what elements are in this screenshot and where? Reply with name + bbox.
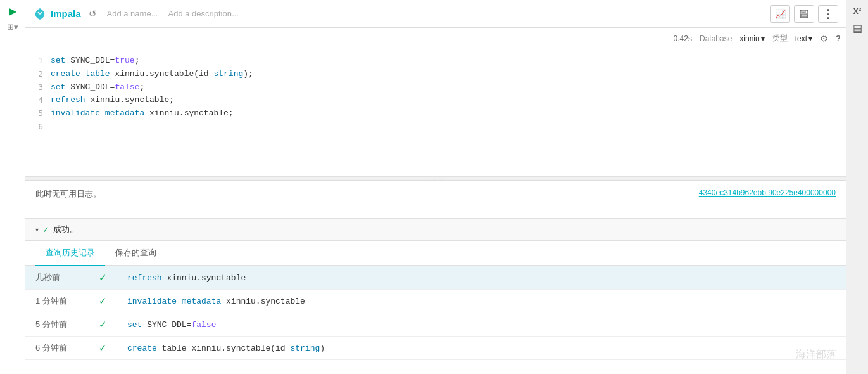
db-chevron-icon: ▾ (761, 34, 765, 43)
row-status: ✓ (89, 266, 117, 290)
app-title: Impala (51, 8, 81, 19)
x2-icon[interactable]: X2 (853, 6, 861, 16)
save-button[interactable] (794, 5, 814, 23)
row-status: ✓ (89, 313, 117, 337)
code-line: set SYNC_DDL=true; (51, 55, 846, 68)
undo-button[interactable]: ↺ (89, 8, 97, 20)
row-query: create table xinniu.synctable(id string) (117, 337, 846, 360)
editor-area: 123456 set SYNC_DDL=true;create table xi… (25, 49, 846, 177)
svg-rect-1 (802, 10, 805, 13)
type-label: 类型 (772, 33, 788, 44)
table-row[interactable]: 5 分钟前✓set SYNC_DDL=false (25, 313, 846, 337)
svg-rect-2 (801, 14, 807, 17)
success-check-icon: ✓ (42, 225, 49, 235)
run-icon[interactable]: ▶ (9, 5, 16, 17)
database-selector[interactable]: xinniu ▾ (739, 34, 764, 43)
type-chevron-icon: ▾ (808, 34, 812, 43)
table-row[interactable]: 1 分钟前✓invalidate metadata xinniu.synctab… (25, 290, 846, 313)
code-line: create table xinniu.synctable(id string)… (51, 68, 846, 81)
type-selector[interactable]: text ▾ (795, 34, 812, 43)
code-editor[interactable]: set SYNC_DDL=true;create table xinniu.sy… (48, 55, 846, 171)
main-area: Impala ↺ Add a name... Add a description… (25, 0, 846, 374)
table-row[interactable]: 几秒前✓refresh xinniu.synctable (25, 266, 846, 290)
row-status: ✓ (89, 290, 117, 313)
row-query: set SYNC_DDL=false (117, 313, 846, 337)
log-link[interactable]: 4340ec314b962ebb:90e225e400000000 (699, 188, 836, 197)
log-area: 此时无可用日志。 4340ec314b962ebb:90e225e4000000… (25, 181, 846, 219)
help-button[interactable]: ? (836, 34, 841, 43)
toolbar-row: 0.42s Database xinniu ▾ 类型 text ▾ ⚙ ? (25, 28, 846, 49)
save-icon (800, 10, 808, 18)
chart-button[interactable]: 📈 (770, 5, 790, 23)
code-line: invalidate metadata xinniu.synctable; (51, 107, 846, 120)
row-status: ✓ (89, 337, 117, 360)
query-area: 查询历史记录保存的查询 几秒前✓refresh xinniu.synctable… (25, 241, 846, 374)
snippet-icon[interactable]: ⊞▾ (7, 22, 18, 32)
success-bar: ▾ ✓ 成功。 (25, 219, 846, 241)
success-chevron-icon: ▾ (35, 226, 39, 233)
tab-saved[interactable]: 保存的查询 (105, 241, 167, 266)
more-button[interactable]: ⋮ (818, 5, 838, 23)
code-line: set SYNC_DDL=false; (51, 81, 846, 94)
top-header: Impala ↺ Add a name... Add a description… (25, 0, 846, 28)
app-logo: Impala (33, 7, 81, 21)
right-strip: X2 ▤ (846, 0, 868, 374)
row-query: invalidate metadata xinniu.synctable (117, 290, 846, 313)
no-log-text: 此时无可用日志。 (35, 188, 101, 200)
content-area: 123456 set SYNC_DDL=true;create table xi… (25, 49, 846, 374)
row-time: 5 分钟前 (25, 313, 89, 337)
header-actions: 📈 ⋮ (770, 5, 838, 23)
toolbar-right: 0.42s Database xinniu ▾ 类型 text ▾ ⚙ ? (674, 33, 841, 44)
success-text: 成功。 (53, 224, 78, 235)
tab-history[interactable]: 查询历史记录 (35, 241, 105, 266)
book-icon[interactable]: ▤ (853, 22, 862, 34)
code-line: refresh xinniu.synctable; (51, 94, 846, 107)
desc-input[interactable]: Add a description... (168, 9, 770, 18)
name-input[interactable]: Add a name... (107, 9, 158, 18)
query-tabs: 查询历史记录保存的查询 (25, 241, 846, 266)
history-table: 几秒前✓refresh xinniu.synctable1 分钟前✓invali… (25, 266, 846, 360)
impala-svg-icon (33, 7, 47, 21)
line-numbers: 123456 (25, 55, 48, 171)
table-row[interactable]: 6 分钟前✓create table xinniu.synctable(id s… (25, 337, 846, 360)
row-time: 几秒前 (25, 266, 89, 290)
editor-inner[interactable]: 123456 set SYNC_DDL=true;create table xi… (25, 49, 846, 176)
row-time: 6 分钟前 (25, 337, 89, 360)
row-query: refresh xinniu.synctable (117, 266, 846, 290)
row-time: 1 分钟前 (25, 290, 89, 313)
settings-button[interactable]: ⚙ (820, 34, 828, 44)
left-strip: ▶ ⊞▾ (0, 0, 25, 374)
database-label: Database (700, 34, 732, 43)
execution-time: 0.42s (674, 34, 692, 43)
